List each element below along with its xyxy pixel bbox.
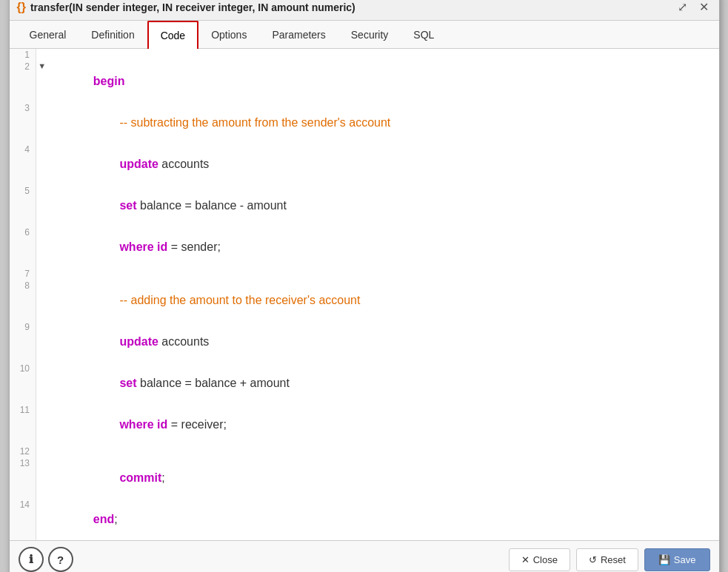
line-marker: ▼ xyxy=(36,61,48,102)
tab-security[interactable]: Security xyxy=(338,21,401,49)
reset-label: Reset xyxy=(601,554,626,565)
line-number: 13 xyxy=(10,457,36,499)
line-number: 7 xyxy=(10,268,36,280)
line-marker xyxy=(36,445,48,457)
code-text: ; xyxy=(114,513,117,525)
line-content xyxy=(48,268,719,280)
code-line-9: 9 update accounts xyxy=(10,321,719,363)
line-number: 2 xyxy=(10,61,36,102)
keyword: begin xyxy=(93,75,125,87)
line-marker xyxy=(36,457,48,499)
comment: -- subtracting the amount from the sende… xyxy=(93,116,390,129)
code-line-11: 11 where id = receiver; xyxy=(10,404,719,445)
line-number: 8 xyxy=(10,280,36,321)
footer: ℹ ? ✕ Close ↺ Reset 💾 Save xyxy=(10,540,719,572)
code-text xyxy=(93,158,120,170)
line-content: set balance = balance - amount xyxy=(48,185,719,226)
info-button[interactable]: ℹ xyxy=(19,547,44,572)
reset-icon: ↺ xyxy=(589,554,597,565)
line-marker xyxy=(36,280,48,321)
code-line-7: 7 xyxy=(10,268,719,280)
line-number: 3 xyxy=(10,102,36,144)
code-editor[interactable]: 1 2 ▼ begin 3 -- s xyxy=(10,49,719,540)
keyword: end xyxy=(93,513,114,525)
title-bar-right: ⤢ ✕ xyxy=(675,0,712,16)
code-line-5: 5 set balance = balance - amount xyxy=(10,185,719,226)
line-number: 9 xyxy=(10,321,36,363)
code-text: balance = balance + amount xyxy=(137,377,290,389)
line-marker xyxy=(36,321,48,363)
line-content: begin xyxy=(48,61,719,102)
comment: -- adding the amount to the receiver's a… xyxy=(93,294,361,306)
tab-options[interactable]: Options xyxy=(198,21,259,49)
keyword: where xyxy=(119,418,153,431)
save-label: Save xyxy=(674,554,696,565)
keyword: where xyxy=(119,240,153,253)
code-text xyxy=(93,418,120,431)
keyword: commit xyxy=(119,471,161,484)
dialog-title: transfer(IN sender integer, IN receiver … xyxy=(30,1,355,13)
dialog-close-button[interactable]: ✕ xyxy=(696,0,712,16)
line-number: 10 xyxy=(10,363,36,404)
tab-sql[interactable]: SQL xyxy=(401,21,447,49)
line-number: 5 xyxy=(10,185,36,226)
tab-definition[interactable]: Definition xyxy=(79,21,147,49)
code-line-4: 4 update accounts xyxy=(10,144,719,185)
line-marker xyxy=(36,226,48,268)
line-number: 11 xyxy=(10,404,36,445)
line-number: 1 xyxy=(10,49,36,61)
code-line-8: 8 -- adding the amount to the receiver's… xyxy=(10,280,719,321)
function-icon: {} xyxy=(17,1,26,14)
line-marker xyxy=(36,102,48,144)
line-content: set balance = balance + amount xyxy=(48,363,719,404)
code-text: = sender; xyxy=(167,240,221,253)
expand-button[interactable]: ⤢ xyxy=(675,0,690,16)
code-text xyxy=(93,335,120,348)
code-text xyxy=(93,471,120,484)
code-line-3: 3 -- subtracting the amount from the sen… xyxy=(10,102,719,144)
line-number: 4 xyxy=(10,144,36,185)
code-line-12: 12 xyxy=(10,445,719,457)
line-content: where id = receiver; xyxy=(48,404,719,445)
save-icon: 💾 xyxy=(658,554,670,565)
reset-button[interactable]: ↺ Reset xyxy=(576,548,638,571)
tabs-bar: General Definition Code Options Paramete… xyxy=(10,21,719,49)
tab-code[interactable]: Code xyxy=(147,21,198,49)
code-text: ; xyxy=(161,471,164,484)
code-text xyxy=(93,240,120,253)
line-content: update accounts xyxy=(48,144,719,185)
line-marker xyxy=(36,363,48,404)
line-marker xyxy=(36,185,48,226)
title-bar-left: {} transfer(IN sender integer, IN receiv… xyxy=(17,1,355,14)
save-button[interactable]: 💾 Save xyxy=(644,548,710,571)
line-number: 12 xyxy=(10,445,36,457)
code-text: = receiver; xyxy=(167,418,227,431)
code-line-14: 14 end; xyxy=(10,499,719,540)
line-marker xyxy=(36,144,48,185)
line-marker xyxy=(36,404,48,445)
code-text xyxy=(93,199,120,212)
tab-general[interactable]: General xyxy=(17,21,79,49)
line-content: update accounts xyxy=(48,321,719,363)
line-marker xyxy=(36,268,48,280)
dialog: {} transfer(IN sender integer, IN receiv… xyxy=(9,0,720,572)
keyword: id xyxy=(157,240,167,253)
line-content: -- subtracting the amount from the sende… xyxy=(48,102,719,144)
code-line-6: 6 where id = sender; xyxy=(10,226,719,268)
line-content: -- adding the amount to the receiver's a… xyxy=(48,280,719,321)
code-text: accounts xyxy=(158,335,209,348)
close-button[interactable]: ✕ Close xyxy=(509,548,570,571)
line-content: commit; xyxy=(48,457,719,499)
code-line-1: 1 xyxy=(10,49,719,61)
close-label: Close xyxy=(533,554,558,565)
title-bar: {} transfer(IN sender integer, IN receiv… xyxy=(10,0,719,21)
footer-left: ℹ ? xyxy=(19,547,73,572)
tab-parameters[interactable]: Parameters xyxy=(259,21,338,49)
code-text: accounts xyxy=(158,158,209,170)
help-button[interactable]: ? xyxy=(48,547,73,572)
keyword: update xyxy=(119,158,158,170)
close-icon: ✕ xyxy=(521,554,530,565)
code-table: 1 2 ▼ begin 3 -- s xyxy=(10,49,719,540)
line-content xyxy=(48,445,719,457)
keyword: set xyxy=(119,199,136,212)
